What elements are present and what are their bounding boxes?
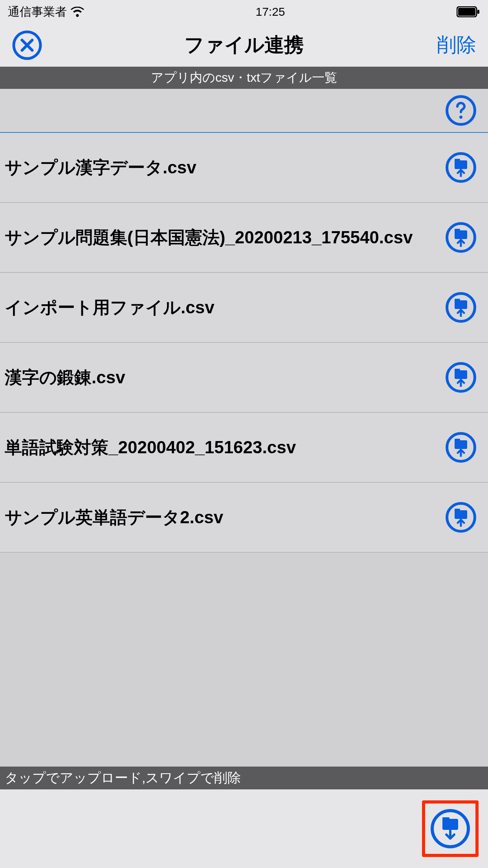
svg-rect-10	[455, 299, 460, 302]
page-title: ファイル連携	[67, 32, 421, 58]
file-name-label: 単語試験対策_20200402_151623.csv	[5, 436, 446, 459]
svg-point-4	[459, 116, 462, 119]
close-button[interactable]	[12, 30, 42, 61]
file-row[interactable]: サンプル英単語データ2.csv	[0, 483, 488, 553]
hint-bar: タップでアップロード,スワイプで削除	[0, 767, 488, 789]
delete-button[interactable]: 削除	[421, 32, 476, 58]
file-row[interactable]: 単語試験対策_20200402_151623.csv	[0, 413, 488, 483]
download-button-highlight	[422, 800, 479, 857]
upload-icon[interactable]	[446, 152, 476, 183]
bottom-bar	[0, 789, 488, 868]
download-button[interactable]	[431, 809, 470, 848]
file-name-label: サンプル英単語データ2.csv	[5, 506, 446, 529]
file-row[interactable]: インポート用ファイル.csv	[0, 273, 488, 343]
carrier-label: 通信事業者	[8, 4, 67, 20]
file-name-label: インポート用ファイル.csv	[5, 296, 446, 319]
upload-icon[interactable]	[446, 432, 476, 463]
file-name-label: サンプル漢字データ.csv	[5, 156, 446, 179]
upload-icon[interactable]	[446, 292, 476, 323]
file-row[interactable]: 漢字の鍛錬.csv	[0, 343, 488, 413]
svg-rect-6	[455, 159, 460, 162]
svg-rect-1	[458, 8, 475, 16]
upload-icon[interactable]	[446, 502, 476, 533]
section-header: アプリ内のcsv・txtファイル一覧	[0, 67, 488, 89]
svg-rect-18	[442, 817, 449, 821]
svg-rect-16	[455, 509, 460, 512]
file-row[interactable]: サンプル問題集(日本国憲法)_20200213_175540.csv	[0, 203, 488, 273]
status-time: 17:25	[255, 5, 285, 18]
battery-icon	[457, 6, 480, 17]
help-row	[0, 89, 488, 133]
nav-bar: ファイル連携 削除	[0, 24, 488, 67]
file-name-label: 漢字の鍛錬.csv	[5, 366, 446, 389]
file-row[interactable]: サンプル漢字データ.csv	[0, 133, 488, 203]
svg-rect-12	[455, 369, 460, 372]
file-list: サンプル漢字データ.csv サンプル問題集(日本国憲法)_20200213_17…	[0, 133, 488, 553]
svg-rect-14	[455, 439, 460, 442]
help-icon[interactable]	[446, 95, 476, 126]
status-bar: 通信事業者 17:25	[0, 0, 488, 24]
svg-rect-8	[455, 229, 460, 232]
file-name-label: サンプル問題集(日本国憲法)_20200213_175540.csv	[5, 226, 446, 249]
upload-icon[interactable]	[446, 362, 476, 393]
wifi-icon	[71, 7, 84, 17]
upload-icon[interactable]	[446, 222, 476, 253]
svg-rect-2	[477, 10, 479, 14]
